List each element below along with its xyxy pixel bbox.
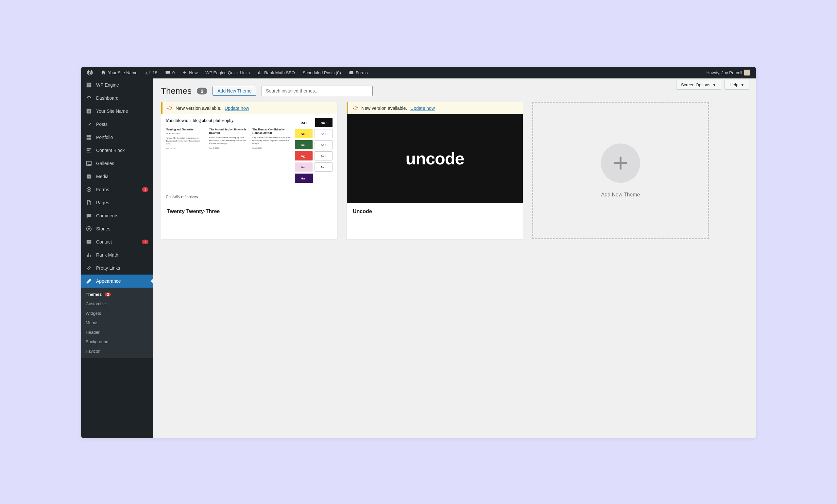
theme-card-twenty-twenty-three[interactable]: New version available. Update nowMindblo… (161, 102, 337, 239)
forms-link[interactable]: Forms (345, 67, 371, 78)
update-icon (145, 70, 151, 75)
menu-item-pages[interactable]: Pages (81, 196, 153, 209)
menu-item-comments[interactable]: Comments (81, 209, 153, 222)
menu-item-portfolio[interactable]: Portfolio (81, 131, 153, 144)
update-text: New version available. (361, 106, 407, 111)
svg-point-22 (88, 188, 90, 190)
admin-sidebar: WP EngineDashboardUYour Site NamePostsPo… (81, 78, 153, 438)
wpengine-quicklinks[interactable]: WP Engine Quick Links (202, 67, 253, 78)
menu-item-galleries[interactable]: Galleries (81, 157, 153, 170)
page-title: Themes (161, 86, 192, 96)
mail-icon (86, 239, 92, 245)
menu-label: Portfolio (96, 135, 113, 140)
pin-icon (86, 121, 92, 127)
account-link[interactable]: Howdy, Jay Purcell (703, 67, 753, 78)
content-area: Screen Options ▼ Help ▼ Themes 2 Add New… (153, 78, 756, 438)
svg-rect-13 (89, 135, 91, 137)
menu-item-media[interactable]: Media (81, 170, 153, 183)
link-icon (86, 265, 92, 271)
menu-item-your-site-name[interactable]: UYour Site Name (81, 105, 153, 118)
media-icon (86, 173, 92, 180)
menu-item-appearance[interactable]: Appearance (81, 274, 153, 288)
add-new-theme-card[interactable]: Add New Theme (532, 102, 709, 239)
svg-rect-16 (87, 148, 91, 150)
menu-label: Rank Math (96, 252, 118, 257)
submenu-menus[interactable]: Menus (81, 318, 153, 327)
circle-icon (86, 186, 92, 193)
menu-label: Galleries (96, 161, 114, 166)
menu-item-forms[interactable]: Forms1 (81, 183, 153, 196)
menu-item-pretty-links[interactable]: Pretty Links (81, 262, 153, 274)
submenu-favicon[interactable]: Favicon (81, 346, 153, 356)
comment-icon (86, 213, 92, 219)
plus-circle-icon (601, 143, 640, 183)
menu-item-stories[interactable]: Stories (81, 222, 153, 235)
submenu-widgets[interactable]: Widgets (81, 308, 153, 318)
menu-item-content-block[interactable]: Content Block (81, 144, 153, 157)
home-icon (101, 70, 106, 75)
svg-rect-12 (87, 135, 89, 137)
menu-label: Posts (96, 122, 108, 127)
menu-item-posts[interactable]: Posts (81, 118, 153, 131)
menu-label: Your Site Name (96, 109, 128, 114)
menu-label: Appearance (96, 278, 121, 284)
theme-name: Uncode (347, 203, 523, 220)
new-link[interactable]: New (179, 67, 201, 78)
menu-label: Contact (96, 239, 112, 245)
update-now-link[interactable]: Update now (410, 106, 435, 111)
svg-point-24 (88, 228, 90, 230)
svg-rect-1 (87, 83, 88, 84)
menu-item-wp-engine[interactable]: WP Engine (81, 78, 153, 91)
help-tab[interactable]: Help ▼ (725, 80, 749, 90)
svg-rect-9 (90, 86, 92, 88)
svg-rect-2 (88, 83, 90, 84)
submenu-background[interactable]: Background (81, 337, 153, 346)
image-icon (86, 160, 92, 167)
svg-rect-0 (349, 71, 353, 74)
grid-icon (86, 134, 92, 141)
wp-admin-screenshot: Your Site Name 18 0 New WP Engine Quick … (81, 67, 756, 438)
menu-item-dashboard[interactable]: Dashboard (81, 91, 153, 105)
svg-rect-17 (87, 150, 90, 151)
add-new-theme-button[interactable]: Add New Theme (213, 86, 256, 96)
page-icon (86, 199, 92, 206)
svg-text:U: U (88, 109, 90, 113)
menu-item-contact[interactable]: Contact1 (81, 235, 153, 248)
svg-rect-3 (90, 83, 92, 84)
theme-name: Twenty Twenty-Three (161, 203, 337, 220)
uncode-preview: uncode (347, 114, 523, 203)
wpengine-icon (86, 82, 92, 88)
svg-rect-8 (88, 86, 90, 88)
svg-rect-4 (87, 84, 88, 86)
update-notice: New version available. Update now (347, 102, 523, 114)
plus-icon (182, 70, 187, 75)
comments-link[interactable]: 0 (162, 67, 178, 78)
caret-down-icon: ▼ (740, 83, 745, 87)
theme-screenshot: uncode (347, 114, 523, 203)
menu-label: Dashboard (96, 95, 119, 101)
screen-options-tab[interactable]: Screen Options ▼ (676, 80, 721, 90)
comment-icon (165, 70, 170, 75)
updates-link[interactable]: 18 (142, 67, 161, 78)
menu-label: Comments (96, 213, 118, 218)
appearance-submenu: Themes2CustomizeWidgetsMenusHeaderBackgr… (81, 288, 153, 358)
wp-logo[interactable] (84, 67, 96, 78)
update-text: New version available. (176, 106, 221, 111)
submenu-customize[interactable]: Customize (81, 299, 153, 308)
theme-card-uncode[interactable]: New version available. Update nowuncodeU… (346, 102, 523, 239)
caret-down-icon: ▼ (712, 83, 717, 87)
scheduled-posts-link[interactable]: Scheduled Posts (0) (300, 67, 344, 78)
menu-label: Stories (96, 226, 110, 231)
update-now-link[interactable]: Update now (225, 106, 249, 111)
menu-item-rank-math[interactable]: Rank Math (81, 248, 153, 262)
rankmath-link[interactable]: Rank Math SEO (254, 67, 298, 78)
svg-rect-14 (87, 138, 89, 140)
svg-rect-25 (87, 240, 91, 244)
update-icon (353, 106, 358, 111)
svg-rect-6 (90, 84, 92, 86)
dashboard-icon (86, 95, 92, 101)
site-home-link[interactable]: Your Site Name (97, 67, 141, 78)
submenu-themes[interactable]: Themes2 (81, 290, 153, 299)
submenu-header[interactable]: Header (81, 327, 153, 337)
search-themes-input[interactable] (262, 86, 373, 96)
